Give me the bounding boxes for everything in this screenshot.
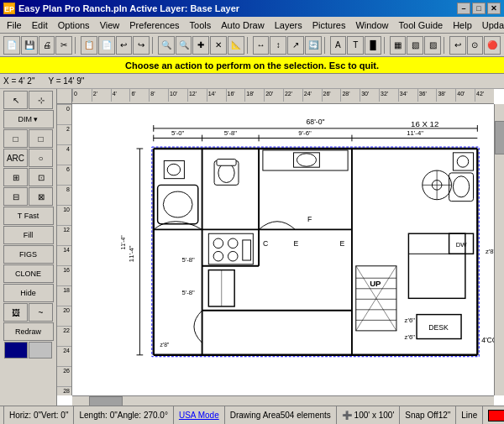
ruler-left-tick-1: 2	[57, 124, 71, 144]
svg-rect-38	[217, 160, 236, 166]
lt-btn-12[interactable]: Redraw	[3, 322, 54, 341]
toolbar-btn-18[interactable]: T	[347, 36, 364, 55]
toolbar-btn-10[interactable]: ✚	[192, 36, 209, 55]
menu-item-options[interactable]: Options	[53, 18, 95, 32]
menu-item-help[interactable]: Help	[448, 18, 477, 32]
ruler-left-tick-2: 4	[57, 144, 71, 165]
ruler-left-tick-3: 6	[57, 165, 71, 185]
ruler-top-tick-9: 18'	[244, 89, 264, 102]
lt-btn-1[interactable]: DIM ▾	[3, 110, 54, 128]
lt-btn-left-2[interactable]: □	[3, 129, 28, 148]
lt-btn-right-5[interactable]: ⊠	[29, 187, 53, 206]
lt-btn-right-2[interactable]: □	[29, 129, 53, 148]
toolbar-btn-8[interactable]: 🔍	[158, 36, 175, 55]
lt-btn-left-5[interactable]: ⊟	[3, 187, 28, 206]
svg-text:C: C	[263, 239, 268, 248]
ruler-top-tick-17: 34'	[398, 89, 417, 102]
toolbar-btn-24[interactable]: ⊙	[467, 36, 484, 55]
toolbar-btn-19[interactable]: █	[365, 36, 381, 55]
svg-text:5'-8": 5'-8"	[224, 129, 238, 137]
lt-btn-left-3[interactable]: ARC	[3, 149, 28, 167]
toolbar-btn-14[interactable]: ↕	[270, 36, 286, 55]
lt-btn-8[interactable]: FIGS	[3, 245, 54, 264]
svg-text:9'-6": 9'-6"	[298, 129, 312, 137]
menu-item-tools[interactable]: Tools	[185, 18, 217, 32]
toolbar-btn-16[interactable]: 🔄	[305, 36, 322, 55]
scrollbar-right[interactable]	[494, 104, 504, 395]
toolbar-btn-20[interactable]: ▦	[390, 36, 407, 55]
color-swatch-2[interactable]	[29, 342, 52, 359]
ruler-top-tick-15: 30'	[360, 89, 379, 102]
mode-status[interactable]: USA Mode	[174, 406, 225, 424]
menu-item-preferences[interactable]: Preferences	[124, 18, 184, 32]
svg-text:F: F	[307, 215, 312, 223]
lt-btn-9[interactable]: CLONE	[3, 264, 54, 283]
toolbar-btn-25[interactable]: 🔴	[484, 36, 501, 55]
ruler-top-tick-6: 12'	[187, 89, 207, 102]
toolbar-separator	[324, 37, 328, 54]
floor-plan-svg: 16 X 12 68'-0" 5'-0" 5'-8"	[72, 104, 494, 395]
menu-item-updates[interactable]: Updates	[477, 18, 504, 32]
toolbar-btn-3[interactable]: ✂	[55, 36, 72, 55]
lt-btn-left-4[interactable]: ⊞	[3, 168, 28, 186]
toolbar-btn-22[interactable]: ▨	[424, 36, 441, 55]
maximize-button[interactable]: □	[472, 3, 486, 14]
lt-btn-6[interactable]: T Fast	[3, 207, 54, 225]
lt-row-2: □□	[3, 129, 53, 148]
ruler-top-tick-13: 26'	[322, 89, 341, 102]
lt-btn-7[interactable]: Fill	[3, 226, 54, 244]
toolbar-btn-5[interactable]: 📄	[98, 36, 115, 55]
lt-btn-left-11[interactable]: 🖼	[3, 303, 28, 322]
toolbar-btn-15[interactable]: ↗	[287, 36, 304, 55]
toolbar-btn-0[interactable]: 📄	[3, 36, 20, 55]
menu-item-layers[interactable]: Layers	[270, 18, 307, 32]
color-status[interactable]: Color	[483, 406, 504, 424]
menu-item-file[interactable]: File	[2, 18, 27, 32]
left-toolbar: ↖⊹DIM ▾□□ARC○⊞⊡⊟⊠T FastFillFIGSCLONEHide…	[0, 89, 57, 406]
ruler-top-tick-21: 42'	[475, 89, 494, 102]
svg-text:UP: UP	[370, 279, 381, 288]
menu-item-pictures[interactable]: Pictures	[307, 18, 351, 32]
color-swatch-1[interactable]	[4, 342, 28, 359]
ruler-left-tick-12: 24	[57, 346, 71, 366]
lt-btn-right-4[interactable]: ⊡	[29, 168, 53, 186]
drawing-canvas[interactable]: 16 X 12 68'-0" 5'-0" 5'-8"	[72, 104, 494, 395]
svg-text:5'-8": 5'-8"	[182, 289, 196, 296]
lt-btn-right-0[interactable]: ⊹	[29, 91, 53, 109]
menu-item-view[interactable]: View	[95, 18, 125, 32]
menu-item-edit[interactable]: Edit	[27, 18, 53, 32]
toolbar-btn-17[interactable]: A	[330, 36, 347, 55]
lt-btn-right-3[interactable]: ○	[29, 149, 53, 167]
lt-btn-10[interactable]: Hide	[3, 284, 54, 302]
svg-text:68'-0": 68'-0"	[307, 118, 325, 126]
ruler-left-tick-4: 8	[57, 185, 71, 205]
toolbar-btn-11[interactable]: ✕	[210, 36, 227, 55]
toolbar-btn-9[interactable]: 🔍	[176, 36, 192, 55]
lt-btn-right-11[interactable]: ~	[29, 303, 53, 322]
ruler-top-tick-18: 36'	[417, 89, 437, 102]
toolbar-btn-12[interactable]: 📐	[228, 36, 244, 55]
lt-btn-left-0[interactable]: ↖	[3, 91, 28, 109]
menu-item-tool guide[interactable]: Tool Guide	[394, 18, 449, 32]
canvas-area[interactable]: 02'4'6'8'10'12'14'16'18'20'22'24'26'28'3…	[57, 89, 504, 406]
lt-row-4: ⊞⊡	[3, 168, 53, 186]
svg-point-79	[457, 156, 468, 167]
toolbar-btn-4[interactable]: 📋	[81, 36, 97, 55]
close-button[interactable]: ✕	[487, 3, 501, 14]
y-coord: Y = 14' 9"	[48, 76, 84, 86]
toolbar-btn-13[interactable]: ↔	[253, 36, 270, 55]
ruler-left-tick-7: 14	[57, 245, 71, 265]
lt-row-0: ↖⊹	[3, 91, 53, 109]
scrollbar-bottom[interactable]	[72, 395, 494, 406]
toolbar-btn-1[interactable]: 💾	[21, 36, 38, 55]
toolbar-btn-21[interactable]: ▧	[407, 36, 423, 55]
minimize-button[interactable]: –	[457, 3, 470, 14]
menu-item-auto draw[interactable]: Auto Draw	[216, 18, 269, 32]
toolbar-btn-6[interactable]: ↩	[116, 36, 133, 55]
menu-item-window[interactable]: Window	[350, 18, 393, 32]
toolbar-btn-2[interactable]: 🖨	[39, 36, 55, 55]
toolbar-btn-7[interactable]: ↪	[133, 36, 150, 55]
toolbar-btn-23[interactable]: ↩	[449, 36, 466, 55]
svg-text:DW: DW	[456, 241, 468, 249]
svg-text:z'8": z'8"	[160, 342, 169, 348]
